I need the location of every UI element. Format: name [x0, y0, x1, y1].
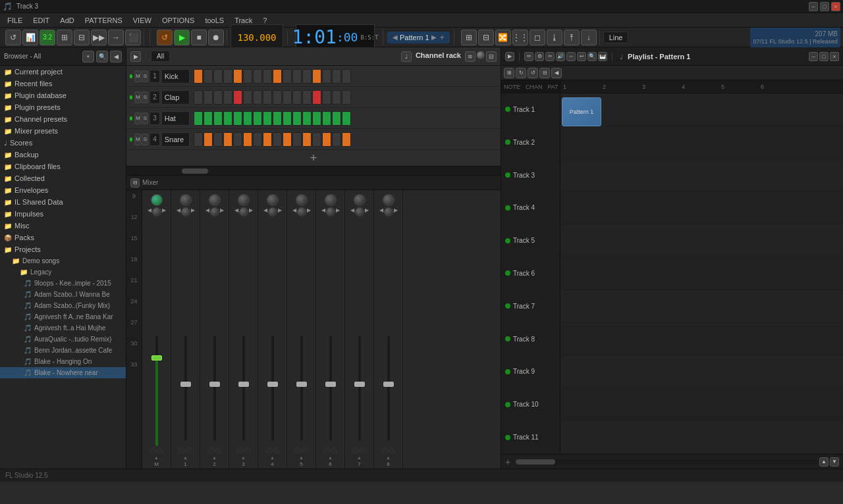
- pad[interactable]: [263, 69, 272, 84]
- ch3-fader[interactable]: [238, 382, 249, 387]
- pad[interactable]: [194, 90, 203, 105]
- sidebar-item-il-shared-data[interactable]: 📁IL Shared Data: [0, 196, 126, 208]
- ch4-knob[interactable]: [267, 194, 279, 206]
- sidebar-item-channel-presets[interactable]: 📁Channel presets: [0, 113, 126, 125]
- pad[interactable]: [194, 69, 203, 84]
- maximize-button[interactable]: □: [820, 2, 829, 11]
- hat-solo-btn[interactable]: S: [142, 113, 148, 124]
- scroll-up-btn[interactable]: ▲: [819, 457, 829, 466]
- pl-max-btn[interactable]: □: [819, 52, 829, 61]
- pad[interactable]: [292, 90, 302, 105]
- pad[interactable]: [263, 132, 272, 147]
- ch8-arr[interactable]: ▲: [386, 455, 391, 460]
- pan-left-icon[interactable]: ◀: [148, 207, 151, 216]
- pad[interactable]: [223, 132, 232, 147]
- ch8-fader[interactable]: [383, 382, 394, 387]
- ch7-pan[interactable]: [355, 207, 364, 216]
- track-9-content[interactable]: [560, 356, 843, 388]
- menu-edit[interactable]: EDIT: [28, 15, 54, 26]
- pad[interactable]: [332, 111, 341, 126]
- ch7-arr[interactable]: ▲: [357, 455, 362, 460]
- pad[interactable]: [233, 90, 242, 105]
- send-knob[interactable]: [157, 447, 163, 454]
- pad[interactable]: [213, 69, 223, 84]
- pan-right-icon[interactable]: ▶: [162, 207, 166, 216]
- ch8-s2[interactable]: [389, 447, 395, 454]
- ch7-s2[interactable]: [360, 447, 366, 454]
- pl-play-icon[interactable]: ▶: [505, 52, 514, 61]
- clap-mute-btn[interactable]: M: [134, 91, 141, 103]
- track-1-content[interactable]: Pattern 1: [560, 93, 843, 126]
- pad[interactable]: [292, 111, 302, 126]
- sidebar-item-packs[interactable]: 📦Packs: [0, 232, 126, 243]
- kick-led[interactable]: [129, 74, 133, 79]
- ch6-fader[interactable]: [325, 382, 336, 387]
- pl-tool-5[interactable]: ↔: [566, 52, 576, 61]
- pad[interactable]: [342, 69, 351, 84]
- tool-icon-8[interactable]: ⬛: [125, 30, 141, 45]
- ch1-fader[interactable]: [180, 382, 191, 387]
- pl-tb-2[interactable]: ↻: [516, 68, 526, 78]
- snare-name[interactable]: Snare: [161, 132, 190, 147]
- pad[interactable]: [273, 69, 282, 84]
- sidebar-item-impulses[interactable]: 📁Impulses: [0, 208, 126, 220]
- ch5-fader[interactable]: [296, 382, 307, 387]
- pad[interactable]: [302, 69, 312, 84]
- tb-icon-g[interactable]: ⭱: [564, 30, 580, 45]
- pad[interactable]: [322, 111, 331, 126]
- master-fader-knob[interactable]: [151, 355, 162, 361]
- ch2-send2[interactable]: [215, 447, 221, 454]
- sidebar-item-envelopes[interactable]: 📁Envelopes: [0, 184, 126, 196]
- pad[interactable]: [273, 90, 282, 105]
- pad[interactable]: [332, 90, 341, 105]
- tool-icon-5[interactable]: ⊟: [74, 30, 90, 45]
- cr-icon-1[interactable]: ♩: [401, 51, 412, 62]
- master-knob[interactable]: [151, 194, 163, 206]
- ch1-pan-right[interactable]: ▶: [191, 207, 195, 216]
- hat-name[interactable]: Hat: [161, 111, 190, 126]
- ch7-s1[interactable]: [352, 447, 359, 454]
- pad[interactable]: [204, 69, 213, 84]
- track-5-content[interactable]: [560, 224, 843, 257]
- pad[interactable]: [204, 111, 213, 126]
- ch1-knob[interactable]: [180, 194, 192, 206]
- ch2-send1[interactable]: [207, 447, 214, 454]
- track-2-content[interactable]: [560, 126, 843, 159]
- playlist-scrollbar[interactable]: [516, 459, 817, 465]
- ch6-pan[interactable]: [326, 207, 335, 216]
- pad[interactable]: [253, 69, 262, 84]
- cr-filter-btn[interactable]: All: [151, 51, 170, 62]
- pad[interactable]: [342, 90, 351, 105]
- ch8-knob[interactable]: [383, 194, 394, 206]
- pad[interactable]: [283, 111, 292, 126]
- send-knob[interactable]: [150, 447, 156, 454]
- ch4-s2[interactable]: [273, 447, 279, 454]
- ch1-pan-left[interactable]: ◀: [177, 207, 180, 216]
- pad[interactable]: [253, 132, 262, 147]
- ch6-knob[interactable]: [325, 194, 337, 206]
- pad[interactable]: [213, 132, 223, 147]
- pad[interactable]: [223, 111, 232, 126]
- tool-icon-7[interactable]: →: [108, 30, 124, 45]
- pl-tool-2[interactable]: ⚙: [535, 52, 544, 61]
- pl-tb-4[interactable]: ⊟: [539, 68, 550, 78]
- ch3-knob[interactable]: [238, 194, 250, 206]
- pad[interactable]: [302, 132, 312, 147]
- ch1-send-knob2[interactable]: [186, 447, 192, 454]
- ch2-knob[interactable]: [209, 194, 221, 206]
- pad[interactable]: [332, 132, 341, 147]
- pad[interactable]: [223, 90, 232, 105]
- pad[interactable]: [204, 90, 213, 105]
- kick-mute-btn[interactable]: M: [134, 70, 141, 82]
- mixer-menu-icon[interactable]: ⊟: [130, 178, 140, 188]
- hat-led[interactable]: [129, 116, 133, 121]
- pad[interactable]: [312, 132, 321, 147]
- record-button[interactable]: ↺: [157, 30, 173, 45]
- sidebar-file-aura[interactable]: 🎵AuraQualic -..tudio Remix): [0, 334, 126, 345]
- pad[interactable]: [342, 132, 351, 147]
- ch1-send-knob[interactable]: [178, 447, 185, 454]
- ch1-arrow-up[interactable]: ▲: [183, 455, 188, 460]
- pad[interactable]: [223, 69, 232, 84]
- ch5-pan[interactable]: [297, 207, 306, 216]
- sidebar-search-btn[interactable]: 🔍: [96, 51, 108, 63]
